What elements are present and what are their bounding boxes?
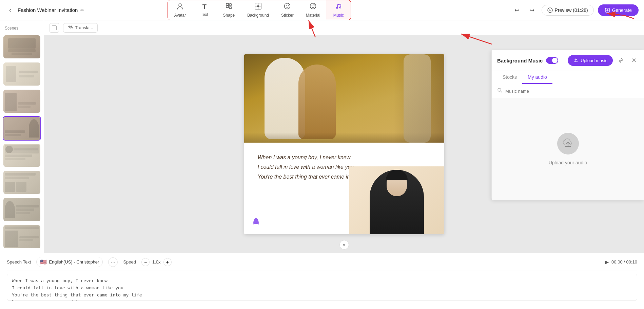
sidebar-item-scene6[interactable]: Scene 6: [3, 170, 41, 195]
tab-my-audio[interactable]: My audio: [522, 71, 552, 84]
canvas-toolbar: Transla...: [44, 20, 644, 35]
svg-point-18: [498, 88, 501, 91]
shape-icon: [225, 2, 233, 12]
sticker-icon: [284, 2, 291, 12]
time-label: 00:00 / 00:10: [611, 259, 637, 265]
speech-controls: Speech Text 🇺🇸 English(US) - Christopher…: [7, 257, 637, 271]
scene6-thumbnail: [3, 171, 40, 194]
speech-text-label: Speech Text: [7, 259, 31, 265]
tab-avatar-label: Avatar: [174, 13, 186, 18]
tab-stocks[interactable]: Stocks: [497, 71, 522, 84]
speech-text-area[interactable]: When I was a young boy, I never knew I c…: [7, 274, 637, 301]
translate-button[interactable]: Transla...: [63, 23, 98, 33]
scene2-label: Scene 2: [3, 86, 40, 86]
tab-shape-label: Shape: [223, 13, 235, 18]
canvas-area: Transla...: [44, 20, 644, 253]
material-icon: [309, 2, 317, 12]
back-button[interactable]: ‹: [5, 5, 15, 15]
scene6-label: Scene 6: [3, 194, 40, 195]
sidebar: Scenes Scene 1: [0, 20, 44, 253]
background-icon: [254, 2, 262, 12]
bottom-bar: Speech Text 🇺🇸 English(US) - Christopher…: [0, 253, 644, 309]
scenes-label: Scenes: [3, 24, 41, 32]
scene3-label: Scene 3: [3, 113, 40, 113]
topbar-right: ↩ ↪ Preview (01:28) Generate: [512, 4, 639, 16]
music-panel: Background Music Upload music: [491, 50, 644, 200]
search-icon: [497, 88, 503, 94]
close-panel-button[interactable]: ✕: [629, 56, 639, 65]
tab-background[interactable]: Background: [241, 0, 275, 20]
topbar-left: ‹ Fashion Webinar Invitation ✏: [5, 5, 84, 15]
edit-title-icon[interactable]: ✏: [80, 7, 84, 13]
sidebar-item-scene4[interactable]: Scene 4: [3, 116, 41, 141]
tab-shape[interactable]: Shape: [217, 0, 241, 20]
preview-icon: [547, 7, 553, 13]
speed-label: Speed: [123, 259, 136, 265]
svg-point-12: [312, 5, 312, 6]
background-music-toggle[interactable]: [546, 57, 558, 64]
canvas-expand-button[interactable]: ∨: [339, 240, 349, 250]
language-selector[interactable]: 🇺🇸 English(US) - Christopher: [36, 257, 103, 267]
tab-music-label: Music: [333, 13, 344, 18]
music-search-input[interactable]: [505, 89, 639, 94]
sidebar-item-scene2[interactable]: Scene 2: [3, 62, 41, 86]
canvas-checkbox[interactable]: [50, 23, 59, 33]
more-options-button[interactable]: ···: [108, 257, 118, 267]
generate-label: Generate: [612, 7, 632, 13]
close-icon: ✕: [631, 57, 637, 64]
avatar-icon: [176, 2, 184, 12]
pin-icon: [618, 58, 624, 63]
scene7-label: Scene 7: [3, 221, 40, 222]
play-icon[interactable]: ▶: [605, 259, 609, 265]
svg-point-14: [336, 7, 337, 9]
scene1-thumbnail: [3, 35, 40, 58]
speed-increase-button[interactable]: +: [163, 258, 172, 266]
svg-point-10: [288, 5, 289, 6]
svg-point-0: [179, 4, 181, 6]
tab-text[interactable]: T Text: [192, 0, 217, 20]
sidebar-item-scene5[interactable]: Scene 5: [3, 143, 41, 168]
tab-sticker-label: Sticker: [281, 13, 294, 18]
redo-button[interactable]: ↪: [527, 5, 538, 16]
speed-control: − 1.0x +: [141, 258, 172, 266]
generate-button[interactable]: Generate: [598, 4, 639, 16]
preview-label: Preview (01:28): [555, 7, 588, 13]
tab-material[interactable]: Material: [300, 0, 327, 20]
upload-audio-label: Upload your audio: [549, 160, 587, 165]
sidebar-item-scene8[interactable]: Scene 8: [3, 224, 41, 249]
canvas: When I was a young boy, I never knew I c…: [244, 54, 444, 234]
svg-point-2: [229, 3, 232, 6]
topbar: ‹ Fashion Webinar Invitation ✏ Avatar T …: [0, 0, 644, 20]
music-content-area: Upload your audio: [492, 98, 644, 200]
upload-music-button[interactable]: Upload music: [568, 55, 613, 66]
tab-sticker[interactable]: Sticker: [275, 0, 300, 20]
scene4-thumbnail: [3, 117, 40, 140]
music-panel-title: Background Music: [497, 58, 543, 63]
time-display: ▶ 00:00 / 00:10: [605, 259, 637, 265]
pin-button[interactable]: [616, 56, 626, 65]
generate-icon: [605, 7, 610, 13]
tab-text-label: Text: [201, 12, 208, 17]
sidebar-item-scene3[interactable]: Scene 3: [3, 89, 41, 113]
undo-button[interactable]: ↩: [512, 5, 523, 16]
svg-point-8: [285, 3, 290, 9]
scene7-thumbnail: [3, 198, 40, 221]
scene3-thumbnail: [3, 90, 40, 113]
tab-material-label: Material: [306, 13, 320, 18]
speed-decrease-button[interactable]: −: [141, 258, 150, 266]
music-panel-header: Background Music Upload music: [492, 50, 644, 71]
sidebar-item-scene1[interactable]: Scene 1: [3, 35, 41, 59]
upload-music-label: Upload music: [581, 58, 607, 63]
translate-icon: [67, 25, 73, 31]
sidebar-item-scene7[interactable]: Scene 7: [3, 197, 41, 222]
toolbar-tabs: Avatar T Text Shape: [168, 0, 351, 20]
svg-point-13: [314, 5, 314, 6]
project-title: Fashion Webinar Invitation: [18, 7, 78, 13]
svg-rect-3: [229, 7, 232, 8]
scene5-thumbnail: [3, 144, 40, 167]
tab-avatar[interactable]: Avatar: [168, 0, 192, 20]
canvas-image-area: [244, 54, 444, 143]
person-silhouette: [370, 170, 424, 234]
tab-music[interactable]: Music: [326, 0, 351, 20]
preview-button[interactable]: Preview (01:28): [542, 5, 594, 16]
